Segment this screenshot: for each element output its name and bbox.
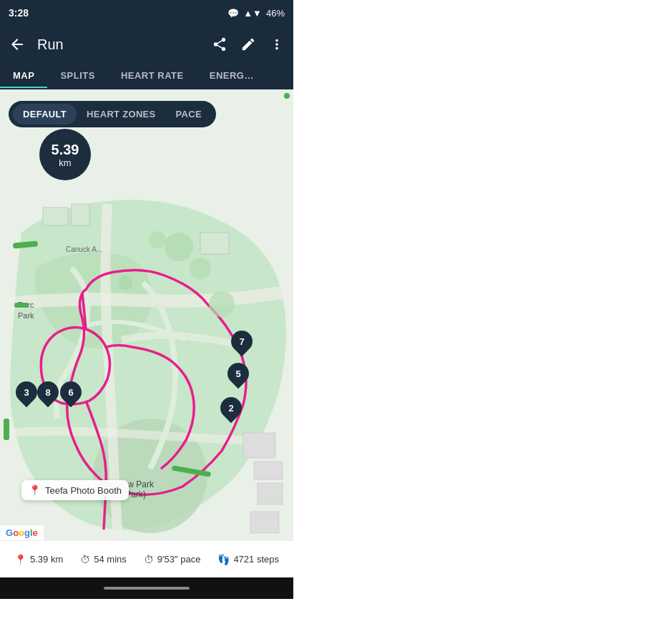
phone-frame: 3:28 💬 ▲▼ 46% Run MAP SP <box>0 0 293 644</box>
header: Run <box>0 26 293 63</box>
heart-zones-button[interactable]: HEART ZONES <box>77 104 165 125</box>
pace-button[interactable]: PACE <box>166 104 212 125</box>
home-indicator[interactable] <box>104 587 190 590</box>
share-button[interactable] <box>212 36 227 52</box>
stats-bar: 📍 5.39 km ⏱ 54 mins ⏱ 9'53" pace 👣 4721 … <box>0 540 293 577</box>
distance-unit: km <box>59 157 71 168</box>
stat-distance: 📍 5.39 km <box>14 554 63 565</box>
battery-text: 46% <box>266 8 285 19</box>
stat-pace: ⏱ 9'53" pace <box>144 554 201 565</box>
park-label-park: Park <box>18 311 34 320</box>
location-name: Teefa Photo Booth <box>45 485 122 496</box>
svg-rect-7 <box>243 433 275 458</box>
svg-point-14 <box>118 275 132 290</box>
status-bar: 3:28 💬 ▲▼ 46% <box>0 0 293 26</box>
steps-icon: 👣 <box>217 554 230 565</box>
google-attribution: Google <box>0 525 44 540</box>
default-button[interactable]: DEFAULT <box>13 104 77 125</box>
map-overlay-controls: DEFAULT HEART ZONES PACE <box>9 101 216 127</box>
svg-point-13 <box>149 231 166 248</box>
green-accent-2 <box>14 303 29 308</box>
signal-icon: ▲▼ <box>243 8 262 19</box>
distance-marker: 5.39 km <box>39 129 91 180</box>
status-icons: 💬 ▲▼ 46% <box>227 8 285 19</box>
svg-point-11 <box>165 233 193 261</box>
stat-time-value: 54 mins <box>94 554 127 565</box>
svg-rect-4 <box>43 208 68 225</box>
distance-icon: 📍 <box>14 554 26 565</box>
whatsapp-icon: 💬 <box>227 8 239 19</box>
stat-pace-value: 9'53" pace <box>157 554 201 565</box>
svg-rect-6 <box>200 233 229 254</box>
bottom-bar <box>0 577 293 599</box>
google-logo: Google <box>6 527 38 538</box>
location-label[interactable]: 📍 Teefa Photo Booth <box>21 480 129 500</box>
stat-distance-value: 5.39 km <box>30 554 63 565</box>
stat-steps: 👣 4721 steps <box>217 554 279 565</box>
distance-value: 5.39 <box>52 142 79 157</box>
tab-splits[interactable]: SPLITS <box>47 63 108 88</box>
pace-icon: ⏱ <box>144 554 154 565</box>
stat-time: ⏱ 54 mins <box>80 554 127 565</box>
edit-button[interactable] <box>240 36 256 52</box>
more-button[interactable] <box>269 36 285 52</box>
svg-rect-9 <box>258 483 283 504</box>
svg-rect-8 <box>254 462 283 479</box>
svg-point-12 <box>190 258 211 279</box>
time-icon: ⏱ <box>80 554 90 565</box>
svg-point-15 <box>209 291 235 317</box>
back-button[interactable] <box>9 36 26 53</box>
tabs-bar: MAP SPLITS HEART RATE ENERG… <box>0 63 293 89</box>
tab-heart-rate[interactable]: HEART RATE <box>108 63 197 88</box>
status-time: 3:28 <box>9 7 29 19</box>
svg-rect-10 <box>250 512 279 533</box>
road-label-canuck: Canuck A... <box>66 245 102 253</box>
svg-rect-5 <box>72 204 89 225</box>
tab-energy[interactable]: ENERG… <box>197 63 254 88</box>
stat-steps-value: 4721 steps <box>233 554 279 565</box>
page-title: Run <box>37 36 200 53</box>
map-area[interactable]: DEFAULT HEART ZONES PACE 5.39 km Canuck … <box>0 89 293 540</box>
tab-map[interactable]: MAP <box>0 63 47 88</box>
location-pin-icon: 📍 <box>29 484 41 496</box>
green-dot <box>284 93 290 99</box>
header-actions <box>212 36 285 52</box>
green-accent-4 <box>4 419 9 440</box>
